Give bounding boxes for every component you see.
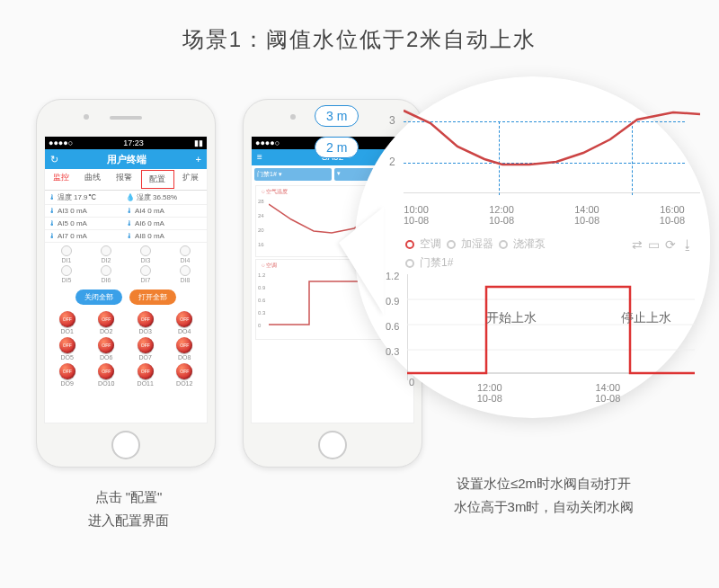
ytick: 0.6 [386, 321, 399, 332]
di5[interactable]: DI5 [48, 265, 85, 283]
legend-ring-icon [405, 240, 414, 249]
humid-value: 36.58% [153, 193, 177, 201]
switch-legend-2: 门禁1# [405, 255, 694, 271]
tab-config[interactable]: 配置 [141, 170, 174, 189]
zoom-bubble: 3 2 10:0010-08 12:0010-08 14:0010-08 16:… [355, 76, 710, 418]
add-icon[interactable]: + [196, 154, 201, 165]
thermometer-icon: 🌡 [49, 193, 56, 201]
do2[interactable]: OFFDO2 [88, 310, 126, 334]
di4[interactable]: DI4 [166, 245, 204, 263]
tab-curve[interactable]: 曲线 [76, 169, 108, 190]
carrier-dots: ●●●●○ [49, 137, 73, 149]
do3[interactable]: OFFDO3 [127, 310, 164, 334]
ai8: AI8 0 mA [135, 232, 164, 240]
ytick: 0.9 [386, 296, 399, 307]
close-all-button[interactable]: 关闭全部 [75, 290, 122, 305]
annot-stop: 停止上水 [621, 310, 671, 326]
di1[interactable]: DI1 [48, 245, 85, 263]
droplet-icon: 💧 [126, 193, 135, 201]
ai5: AI5 0 mA [58, 219, 87, 227]
water-level-chart: 3 2 10:0010-08 12:0010-08 14:0010-08 16:… [382, 103, 694, 220]
do6[interactable]: OFFDO6 [88, 336, 126, 361]
x-axis-labels: 10:0010-08 12:0010-08 14:0010-08 16:0010… [404, 204, 685, 226]
xtick-0: 0 [409, 377, 414, 388]
grid-icon[interactable]: ▭ [648, 237, 660, 252]
ytick-2: 2 [389, 156, 395, 168]
home-button[interactable] [318, 431, 347, 459]
do8[interactable]: OFFDO8 [166, 336, 204, 361]
legend-ring-icon [447, 240, 456, 249]
di6[interactable]: DI6 [87, 265, 125, 283]
legend-ring-icon [499, 240, 508, 249]
shuffle-icon[interactable]: ⇄ [632, 237, 643, 252]
refresh-icon[interactable]: ↻ [50, 154, 58, 165]
switch-legend: 空调 加湿器 浇灌泵 ⇄ ▭ ⟳ ⭳ [405, 236, 694, 252]
di2[interactable]: DI2 [87, 245, 125, 263]
do12[interactable]: OFFDO12 [166, 362, 204, 387]
ai3: AI3 0 mA [58, 207, 87, 215]
thermometer-icon: 🌡 [49, 207, 56, 215]
phone-left-screen: ●●●●○ 17:23 ▮▮ ↻ 用户终端 + 监控 曲线 报警 配置 扩展 🌡… [44, 136, 208, 423]
ytick: 0 [258, 323, 261, 328]
do7[interactable]: OFFDO7 [127, 336, 164, 361]
tab-monitor[interactable]: 监控 [45, 169, 76, 190]
do5[interactable]: OFFDO5 [49, 336, 86, 361]
di7[interactable]: DI7 [127, 265, 164, 283]
ytick: 0.6 [258, 298, 265, 303]
do9[interactable]: OFFDO9 [49, 362, 86, 387]
do4[interactable]: OFFDO4 [166, 310, 204, 334]
legend-switch: ○ 空调 [262, 262, 277, 270]
annot-start: 开始上水 [486, 310, 537, 326]
select-door[interactable]: 门禁1# ▾ [254, 168, 332, 181]
ai4: AI4 0 mA [135, 207, 164, 215]
thermometer-icon: 🌡 [126, 207, 133, 215]
tab-extend[interactable]: 扩展 [175, 169, 207, 190]
caption-right: 设置水位≤2m时水阀自动打开 水位高于3m时，自动关闭水阀 [400, 472, 688, 518]
status-bar: ●●●●○ 17:23 ▮▮ [45, 137, 207, 149]
download-icon[interactable]: ⭳ [681, 237, 694, 252]
phone-left: ●●●●○ 17:23 ▮▮ ↻ 用户终端 + 监控 曲线 报警 配置 扩展 🌡… [36, 99, 216, 468]
tab-bar: 监控 曲线 报警 配置 扩展 [45, 169, 207, 191]
page-title: 场景1：阈值水位低于2米自动上水 [0, 0, 719, 72]
ytick: 0.9 [258, 285, 265, 290]
ytick: 1.2 [258, 272, 265, 278]
open-all-button[interactable]: 打开全部 [129, 290, 176, 305]
do10[interactable]: OFFDO10 [88, 362, 126, 387]
refresh-icon[interactable]: ⟳ [665, 237, 676, 252]
ytick: 0.3 [386, 346, 399, 357]
ytick: 0.3 [258, 310, 265, 316]
x-axis-labels-2: 12:0010-08 14:0010-08 [431, 382, 667, 404]
do11[interactable]: OFFDO11 [127, 362, 164, 387]
home-button[interactable] [111, 431, 140, 459]
ytick: 28 [258, 199, 264, 204]
thermometer-icon: 🌡 [126, 232, 133, 240]
legend-temp: ○ 空气温度 [262, 188, 288, 196]
ai6: AI6 0 mA [135, 219, 164, 227]
bulk-buttons: 关闭全部 打开全部 [45, 286, 207, 308]
thermometer-icon: 🌡 [49, 219, 56, 227]
do-grid: OFFDO1 OFFDO2 OFFDO3 OFFDO4 OFFDO5 OFFDO… [45, 308, 207, 388]
phone-camera [84, 114, 89, 120]
tab-alarm[interactable]: 报警 [108, 169, 139, 190]
sensor-list: 🌡温度 17.9℃ 💧湿度 36.58% 🌡AI3 0 mA🌡AI4 0 mA … [45, 191, 207, 243]
legend-humidifier: 加湿器 [461, 236, 493, 252]
legend-ac: 空调 [420, 236, 441, 252]
ytick: 20 [258, 227, 264, 233]
valve-state-chart: 1.2 0.9 0.6 0.3 开始上水 停止上水 0 12:0010-08 1… [386, 274, 694, 400]
app-navbar: ↻ 用户终端 + [45, 149, 207, 169]
valve-line [407, 274, 695, 380]
clock: 17:23 [123, 137, 144, 149]
stage: ●●●●○ 17:23 ▮▮ ↻ 用户终端 + 监控 曲线 报警 配置 扩展 🌡… [0, 72, 719, 575]
phone-speaker [110, 116, 142, 120]
di3[interactable]: DI3 [127, 245, 164, 263]
ai7: AI7 0 mA [58, 232, 87, 240]
do1[interactable]: OFFDO1 [49, 310, 86, 334]
legend-door: 门禁1# [420, 255, 453, 271]
navbar-title: 用户终端 [107, 153, 146, 166]
badge-3m: 3 m [315, 105, 359, 127]
temp-label: 温度 [58, 192, 72, 202]
menu-icon[interactable]: ≡ [257, 149, 262, 165]
level-curve [404, 103, 700, 193]
di8[interactable]: DI8 [166, 265, 204, 283]
ytick: 16 [258, 242, 264, 247]
